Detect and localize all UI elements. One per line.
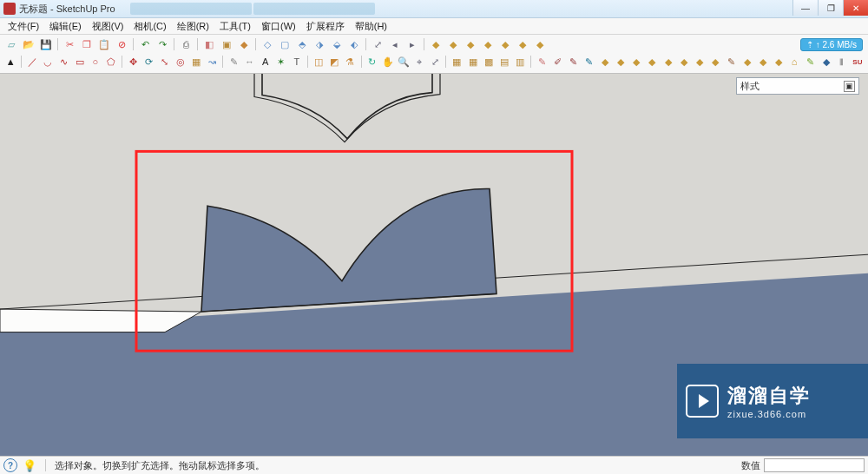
modeling-viewport[interactable]: 样式 ▣ 溜溜自学 zixue.3d66.com [0,74,868,456]
material-icon[interactable]: ◩ [327,54,341,69]
delete-icon[interactable]: ⊘ [114,36,129,52]
ext-4-icon[interactable]: ✎ [582,54,596,69]
plugin-7-icon[interactable]: ◆ [532,36,548,52]
sandbox-3-icon[interactable]: ▩ [482,54,496,69]
left-icon[interactable]: ⬖ [346,36,362,52]
ext-su-icon[interactable]: SU [851,54,865,69]
zoom-icon[interactable]: 🔍 [397,54,411,69]
print-icon[interactable]: ⎙ [178,36,194,52]
menu-item[interactable]: 绘图(R) [173,19,214,34]
back-icon[interactable]: ⬙ [329,36,345,52]
ext-10-icon[interactable]: ◆ [677,54,691,69]
pan-icon[interactable]: ✋ [381,54,395,69]
ext-18-icon[interactable]: ✎ [803,54,817,69]
plugin-5-icon[interactable]: ◆ [497,36,513,52]
ext-5-icon[interactable]: ◆ [598,54,612,69]
plugin-6-icon[interactable]: ◆ [515,36,530,52]
ext-15-icon[interactable]: ◆ [756,54,770,69]
iso-icon[interactable]: ◇ [260,36,275,52]
arc-icon[interactable]: ◡ [41,54,55,69]
zoom-extents2-icon[interactable]: ⤢ [428,54,442,69]
bg-tab[interactable] [130,3,252,15]
redo-icon[interactable]: ↷ [155,36,170,52]
circle-icon[interactable]: ○ [89,54,102,69]
menu-item[interactable]: 扩展程序 [302,19,349,34]
ext-7-icon[interactable]: ◆ [629,54,643,69]
undo-icon[interactable]: ↶ [137,36,153,52]
panel-expand-icon[interactable]: ▣ [844,81,855,92]
3dtext-icon[interactable]: T [290,54,304,69]
sandbox-1-icon[interactable]: ▦ [450,54,464,69]
open-icon[interactable]: 📂 [21,36,36,52]
sandbox-4-icon[interactable]: ▤ [497,54,511,69]
menu-item[interactable]: 文件(F) [3,19,43,34]
axes-icon[interactable]: ✶ [274,54,288,69]
plugin-3-icon[interactable]: ◆ [463,36,478,52]
scale-icon[interactable]: ⤡ [157,54,171,69]
dimension-icon[interactable]: ↔ [242,54,256,69]
plugin-1-icon[interactable]: ◆ [428,36,444,52]
ext-8-icon[interactable]: ◆ [645,54,659,69]
line-icon[interactable]: ／ [25,54,39,69]
sandbox-5-icon[interactable]: ▥ [513,54,527,69]
zoom-window-icon[interactable]: ⌖ [412,54,426,69]
ext-19-icon[interactable]: ◆ [819,54,832,69]
plugin-4-icon[interactable]: ◆ [480,36,496,52]
ext-6-icon[interactable]: ◆ [614,54,628,69]
components-icon[interactable]: ▣ [219,36,234,52]
move-icon[interactable]: ✥ [126,54,140,69]
menu-item[interactable]: 工具(T) [215,19,255,34]
section-icon[interactable]: ◫ [312,54,326,69]
ext-13-icon[interactable]: ✎ [724,54,738,69]
poly-icon[interactable]: ⬠ [104,54,118,69]
prev-view-icon[interactable]: ◂ [387,36,403,52]
menu-item[interactable]: 视图(V) [88,19,128,34]
paintbucket-icon[interactable]: ⚗ [343,54,357,69]
menu-item[interactable]: 编辑(E) [45,19,86,34]
menu-item[interactable]: 帮助(H) [351,19,391,34]
styles-panel[interactable]: 样式 ▣ [736,77,859,95]
rect-icon[interactable]: ▭ [73,54,87,69]
ext-barcode-icon[interactable]: ⫴ [835,54,849,69]
vcb-input[interactable] [764,458,865,472]
orbit-icon[interactable]: ↻ [365,54,378,69]
materials-icon[interactable]: ◧ [201,36,217,52]
paste-icon[interactable]: 📋 [96,36,112,52]
text-icon[interactable]: A [258,54,272,69]
pushpull-icon[interactable]: ▦ [189,54,203,69]
freehand-icon[interactable]: ∿ [56,54,70,69]
offset-icon[interactable]: ◎ [174,54,187,69]
followme-icon[interactable]: ↝ [205,54,219,69]
ext-14-icon[interactable]: ◆ [740,54,753,69]
select-icon[interactable]: ▲ [3,54,17,69]
new-icon[interactable]: ▱ [3,36,19,52]
plugin-2-icon[interactable]: ◆ [445,36,461,52]
bg-tab[interactable] [253,3,375,15]
maximize-button[interactable]: ❐ [818,0,843,16]
paint-icon[interactable]: ◆ [236,36,252,52]
zoom-extents-icon[interactable]: ⤢ [370,36,385,52]
front-icon[interactable]: ⬘ [294,36,310,52]
ext-2-icon[interactable]: ✐ [550,54,564,69]
hint-icon[interactable]: 💡 [23,459,36,472]
tape-icon[interactable]: ✎ [227,54,240,69]
ext-17-icon[interactable]: ⌂ [787,54,801,69]
help-icon[interactable]: ? [3,458,17,472]
copy-icon[interactable]: ❐ [79,36,95,52]
ext-11-icon[interactable]: ◆ [693,54,707,69]
ext-12-icon[interactable]: ◆ [708,54,722,69]
menu-item[interactable]: 相机(C) [129,19,170,34]
save-icon[interactable]: 💾 [38,36,54,52]
top-icon[interactable]: ▢ [277,36,293,52]
menu-item[interactable]: 窗口(W) [257,19,300,34]
close-button[interactable]: ✕ [843,0,868,16]
ext-16-icon[interactable]: ◆ [772,54,786,69]
cut-icon[interactable]: ✂ [62,36,77,52]
ext-1-icon[interactable]: ✎ [535,54,549,69]
ext-3-icon[interactable]: ✎ [566,54,580,69]
minimize-button[interactable]: — [792,0,818,16]
next-view-icon[interactable]: ▸ [404,36,420,52]
right-icon[interactable]: ⬗ [312,36,327,52]
rotate-icon[interactable]: ⟳ [141,54,155,69]
sandbox-2-icon[interactable]: ▦ [465,54,479,69]
